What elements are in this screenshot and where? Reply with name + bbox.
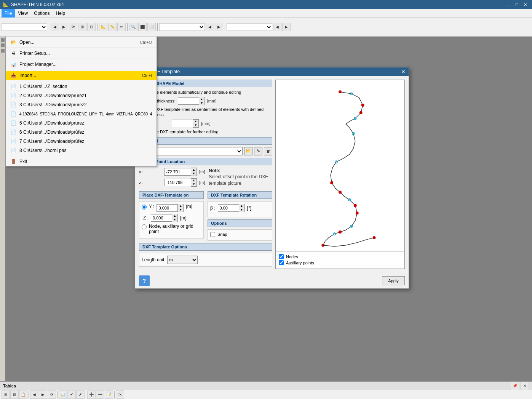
menu-item-recent-8[interactable]: 📄 8 C:\Users\...\horní pás <box>6 146 157 155</box>
toolbar-btn-4[interactable]: ⊞ <box>78 23 86 31</box>
toolbar-dropdown-3[interactable] <box>227 23 272 31</box>
offset-y-up[interactable]: ▲ <box>191 168 197 172</box>
table-tool-8[interactable]: ✔ <box>67 390 76 399</box>
radio-centerlines[interactable]: Use DXF template lines as centerlines of… <box>139 107 272 118</box>
tables-close-btn[interactable]: ✕ <box>521 382 529 390</box>
max-thickness-up[interactable]: ▲ <box>199 97 204 101</box>
toolbar-btn-nav-left-2[interactable]: ◀ <box>273 23 281 31</box>
beta-down[interactable]: ▼ <box>239 208 244 212</box>
aux-points-checkbox[interactable]: Auxiliary points <box>279 260 401 265</box>
toolbar-dropdown-2[interactable] <box>159 23 205 31</box>
close-button[interactable]: ✕ <box>521 1 529 8</box>
sidebar-tool-1[interactable] <box>1 38 5 42</box>
toolbar-btn-6[interactable]: 📐 <box>99 23 107 31</box>
menu-view[interactable]: View <box>15 9 31 18</box>
place-z-up[interactable]: ▲ <box>172 214 177 218</box>
snap-input[interactable] <box>210 232 215 237</box>
radio-further-editing[interactable]: Create DXF template for further editing <box>139 129 272 135</box>
max-thickness-down[interactable]: ▼ <box>199 101 204 105</box>
table-tool-2[interactable]: ⊟ <box>10 390 19 399</box>
nodes-checkbox[interactable]: Nodes <box>279 254 401 259</box>
offset-z-input[interactable] <box>164 179 191 186</box>
toolbar-btn-10[interactable]: ⬛ <box>138 23 147 31</box>
radio-y-place[interactable]: Y : ▲ ▼ [m] <box>142 204 201 212</box>
table-tool-11[interactable]: ➖ <box>96 390 104 399</box>
t-spinbox: ▲ ▼ <box>172 119 199 128</box>
menu-options[interactable]: Options <box>31 9 53 18</box>
toolbar-btn-3[interactable]: ⟳ <box>69 23 77 31</box>
apply-button[interactable]: Apply <box>382 276 405 285</box>
menu-item-open[interactable]: 📂 Open... Ctrl+O <box>6 38 157 47</box>
minimize-button[interactable]: — <box>505 1 512 8</box>
place-z-input[interactable] <box>151 214 172 222</box>
svg-point-3 <box>359 111 363 114</box>
table-tool-1[interactable]: ⊞ <box>2 390 10 399</box>
place-y-input[interactable] <box>157 204 177 212</box>
menu-item-recent-3[interactable]: 📄 3 C:\Users\...\Downloads\prurez2 <box>6 100 157 109</box>
t-up[interactable]: ▲ <box>193 120 198 123</box>
table-fx-btn[interactable]: fx <box>116 390 124 399</box>
toolbar-btn-nav-left[interactable]: ◀ <box>206 23 214 31</box>
radio-y-place-input[interactable] <box>142 205 147 210</box>
place-y-down[interactable]: ▼ <box>178 208 183 212</box>
toolbar-btn-8[interactable]: ✏ <box>117 23 126 31</box>
table-tool-9[interactable]: ✗ <box>76 390 85 399</box>
table-tool-6[interactable]: ⟳ <box>48 390 56 399</box>
offset-z-down[interactable]: ▼ <box>191 182 197 186</box>
maximize-button[interactable]: □ <box>513 1 521 8</box>
table-tool-7[interactable]: 📊 <box>59 390 67 399</box>
t-down[interactable]: ▼ <box>193 123 198 127</box>
max-thickness-input[interactable] <box>178 97 199 105</box>
toolbar-btn-11[interactable]: ⬜ <box>147 23 156 31</box>
snap-checkbox[interactable]: Snap <box>210 232 270 237</box>
material-browse-btn[interactable]: 📂 <box>244 147 252 155</box>
place-y-up[interactable]: ▲ <box>178 204 183 208</box>
toolbar-btn-7[interactable]: 📏 <box>108 23 117 31</box>
radio-node-place-input[interactable] <box>142 224 147 229</box>
beta-input[interactable] <box>218 204 239 212</box>
sidebar-tool-2[interactable] <box>1 43 5 47</box>
table-tool-4[interactable]: ◀ <box>30 390 38 399</box>
separator <box>6 48 157 48</box>
table-tool-10[interactable]: ➕ <box>87 390 96 399</box>
help-button[interactable]: ? <box>139 275 150 286</box>
menu-item-import[interactable]: 📥 Import... Ctrl+I <box>6 71 157 80</box>
material-edit-btn[interactable]: ✎ <box>254 147 262 155</box>
offset-y-input[interactable] <box>164 168 191 176</box>
dialog-close-button[interactable]: ✕ <box>401 69 406 75</box>
tables-pin-btn[interactable]: 📌 <box>511 382 519 390</box>
menu-item-recent-5[interactable]: 📄 5 C:\Users\...\Downloads\prurez <box>6 118 157 128</box>
toolbar-btn-5[interactable]: ⊟ <box>87 23 96 31</box>
toolbar-dropdown[interactable] <box>2 23 47 31</box>
table-tool-12[interactable]: 📝 <box>105 390 113 399</box>
menu-item-recent-6[interactable]: 📄 6 C:\Users\...\Downloads\průřez <box>6 128 157 137</box>
menu-item-recent-2[interactable]: 📄 2 C:\Users\...\Downloads\prurez1 <box>6 91 157 100</box>
offset-y-down[interactable]: ▼ <box>191 172 197 176</box>
menu-item-exit[interactable]: 🚪 Exit <box>6 157 157 166</box>
place-z-down[interactable]: ▼ <box>172 218 177 222</box>
menu-file[interactable]: File <box>2 9 15 18</box>
table-tool-3[interactable]: 📋 <box>19 390 27 399</box>
toolbar-btn-9[interactable]: 🔍 <box>129 23 137 31</box>
toolbar-btn-nav-right-2[interactable]: ▶ <box>282 23 291 31</box>
menu-item-recent-1[interactable]: 📄 1 C:\Users\...\Z_section <box>6 82 157 91</box>
t-input[interactable] <box>172 120 193 127</box>
menu-item-recent-4[interactable]: 📄 4 19Z0648_STOJINA_PRODLOUŽENÉ_LIPY_TL_… <box>6 109 157 118</box>
table-tool-5[interactable]: ▶ <box>39 390 47 399</box>
aux-points-checkbox-input[interactable] <box>279 260 284 265</box>
radio-node-place[interactable]: Node, auxiliary or grid point <box>142 224 201 234</box>
toolbar-btn-2[interactable]: ▶ <box>60 23 68 31</box>
menu-item-recent-7[interactable]: 📄 7 C:\Users\...\Downloads\průřez <box>6 137 157 146</box>
nodes-checkbox-input[interactable] <box>279 254 284 259</box>
menu-item-project[interactable]: 📊 Project Manager... <box>6 60 157 69</box>
menu-help[interactable]: Help <box>53 9 69 18</box>
radio-auto-create[interactable]: Create elements automatically and contin… <box>139 90 272 95</box>
length-unit-select[interactable]: m mm cm ft in <box>167 256 198 264</box>
menu-item-printer[interactable]: 🖨 Printer Setup... <box>6 49 157 58</box>
toolbar-btn-nav-right[interactable]: ▶ <box>215 23 223 31</box>
beta-up[interactable]: ▲ <box>239 204 244 208</box>
offset-z-up[interactable]: ▲ <box>191 179 197 182</box>
material-delete-btn[interactable]: 🗑 <box>264 147 272 155</box>
toolbar-btn-1[interactable]: ◀ <box>51 23 59 31</box>
sidebar-tool-3[interactable] <box>1 49 5 53</box>
